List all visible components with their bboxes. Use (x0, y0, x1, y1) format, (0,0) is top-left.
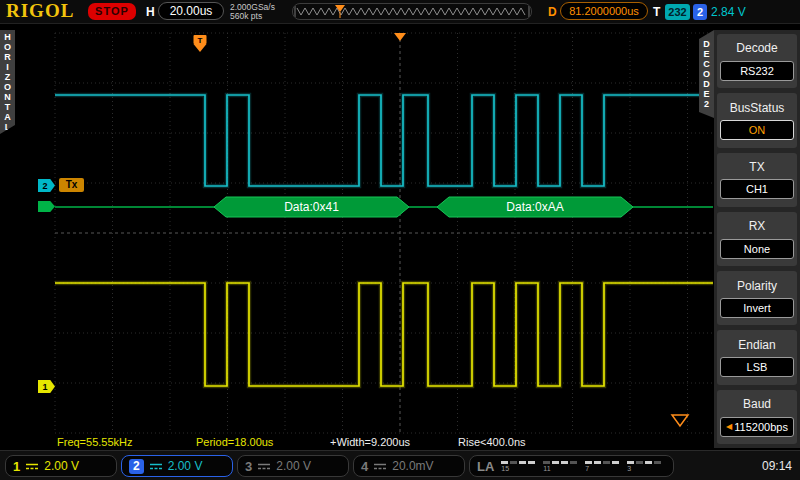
la-bit (612, 461, 619, 464)
waveform-plot: Data:0x41Data:0xAAT (0, 0, 800, 480)
channel2-status[interactable]: 2 2.00 V (121, 455, 233, 477)
horizontal-center-marker (394, 33, 406, 41)
menu-item-value: None (720, 239, 794, 259)
decode-data-text: Data:0xAA (506, 200, 563, 214)
menu-item-rx[interactable]: RX None (717, 212, 797, 266)
la-bit (627, 461, 634, 464)
measurement-pwidth: +Width=9.200us (330, 436, 410, 448)
channel3-status[interactable]: 3 2.00 V (237, 455, 349, 477)
la-bit (645, 461, 652, 464)
la-bit (528, 461, 535, 464)
la-bit-row (585, 461, 619, 464)
la-group: 7 (585, 461, 619, 472)
menu-value-text: CH1 (746, 183, 768, 195)
memory-position-widget[interactable] (292, 3, 532, 20)
trigger-label: T (653, 5, 660, 19)
la-bit (603, 461, 610, 464)
delay-indicator-triangle (672, 415, 688, 426)
la-bit (501, 461, 508, 464)
measurement-period: Period=18.00us (196, 436, 273, 448)
la-bit (552, 461, 559, 464)
menu-item-value: LSB (720, 357, 794, 377)
trigger-level-readout: 2.84 V (711, 5, 746, 19)
menu-item-value: CH1 (720, 179, 794, 199)
menu-item-baud[interactable]: Baud ◀ 115200bps (717, 390, 797, 444)
channel-number: 4 (361, 459, 368, 474)
la-group: 3 (627, 461, 661, 472)
la-bit (561, 461, 568, 464)
menu-value-text: 115200bps (734, 421, 788, 433)
ch1-trace-glow (55, 283, 713, 386)
menu-item-value: ON (720, 120, 794, 140)
menu-item-decode[interactable]: Decode RS232 (717, 34, 797, 88)
menu-item-endian[interactable]: Endian LSB (717, 330, 797, 384)
menu-item-label: Baud (743, 397, 771, 411)
menu-item-label: Polarity (737, 279, 777, 293)
la-bit (519, 461, 526, 464)
dc-coupling-icon (373, 462, 387, 471)
decode-data-text: Data:0x41 (284, 200, 339, 214)
la-group: 15 (501, 461, 535, 472)
ch1-trace (55, 283, 713, 386)
logic-analyzer-status[interactable]: LA 151173 (469, 455, 674, 477)
channel1-status[interactable]: 1 2.00 V (5, 455, 117, 477)
channel-number: 2 (129, 459, 144, 474)
horizontal-delay-readout[interactable]: 81.2000000us (560, 2, 648, 20)
la-bit (585, 461, 592, 464)
channel-number: 3 (245, 459, 252, 474)
memory-depth: 560k pts (230, 12, 275, 21)
clock: 09:14 (762, 459, 792, 473)
dc-coupling-icon (25, 462, 39, 471)
menu-item-value: Invert (720, 298, 794, 318)
channel-scale: 20.0mV (392, 459, 433, 473)
la-group-number: 15 (501, 466, 535, 472)
menu-item-polarity[interactable]: Polarity Invert (717, 271, 797, 325)
menu-item-label: TX (749, 160, 764, 174)
channel4-status[interactable]: 4 20.0mV (353, 455, 465, 477)
menu-item-tx[interactable]: TX CH1 (717, 153, 797, 207)
la-channel-indicators: 151173 (501, 461, 661, 472)
menu-item-busstatus[interactable]: BusStatus ON (717, 93, 797, 147)
run-state-badge[interactable]: STOP (88, 3, 136, 20)
la-bit (654, 461, 661, 464)
la-bit-row (501, 461, 535, 464)
measurement-freq: Freq=55.55kHz (57, 436, 133, 448)
menu-item-label: RX (749, 219, 766, 233)
menu-value-text: LSB (747, 361, 768, 373)
bottom-status-bar: 1 2.00 V 2 2.00 V 3 (0, 450, 800, 480)
la-bit-row (543, 461, 577, 464)
la-bit (594, 461, 601, 464)
menu-value-text: ON (749, 124, 766, 136)
menu-value-text: RS232 (740, 65, 774, 77)
dc-coupling-icon (257, 462, 271, 471)
horizontal-label: H (146, 5, 155, 19)
menu-item-label: Decode (736, 41, 777, 55)
decode2-menu-tab: DECODE2 (699, 30, 714, 118)
la-group: 11 (543, 461, 577, 472)
horizontal-mode-tab: HORIZONTAL (0, 30, 15, 134)
la-bit (570, 461, 577, 464)
ch2-trace-glow (55, 95, 713, 186)
acquisition-info: 2.000GSa/s 560k pts (230, 3, 275, 21)
memory-position-graphic (293, 4, 531, 19)
ch2-trace (55, 95, 713, 186)
menu-value-text: None (744, 243, 770, 255)
trigger-flag-letter: T (198, 36, 203, 45)
la-bit-row (627, 461, 661, 464)
trigger-type-badge[interactable]: 232 (665, 4, 690, 20)
timebase-readout[interactable]: 20.00us (158, 2, 224, 20)
tx-bus-label: Tx (59, 178, 84, 192)
trigger-position-flag (194, 44, 207, 52)
la-group-number: 7 (585, 466, 619, 472)
top-bar: RIGOL STOP H 20.00us 2.000GSa/s 560k pts… (0, 0, 800, 24)
menu-value-text: Invert (743, 302, 771, 314)
channel-scale: 2.00 V (276, 459, 311, 473)
trigger-source-badge[interactable]: 2 (693, 4, 707, 20)
la-bit (636, 461, 643, 464)
rigol-logo: RIGOL (6, 0, 74, 22)
menu-item-label: BusStatus (730, 101, 785, 115)
memory-waveform-icon (297, 8, 525, 15)
left-arrow-icon: ◀ (726, 423, 732, 431)
menu-item-value: RS232 (720, 61, 794, 81)
la-group-number: 3 (627, 466, 661, 472)
